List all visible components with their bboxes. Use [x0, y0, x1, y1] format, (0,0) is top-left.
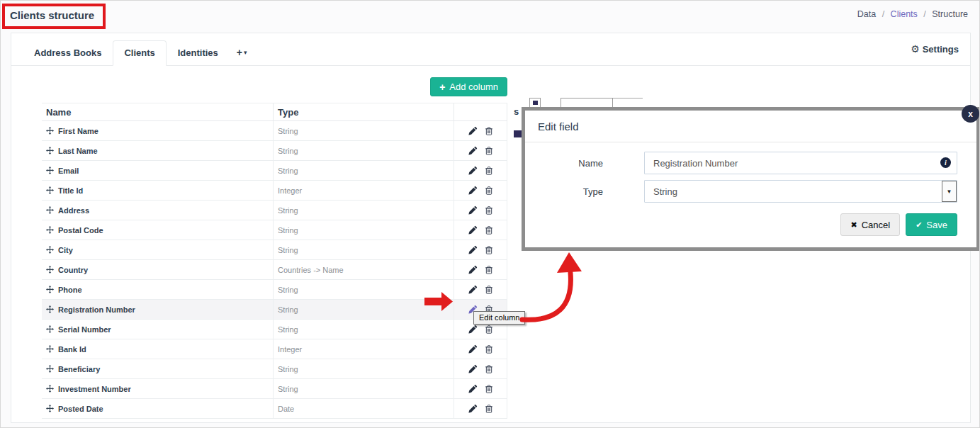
edit-column-button[interactable] — [468, 186, 478, 195]
save-button[interactable]: ✔ Save — [906, 213, 957, 236]
field-type: String — [273, 379, 454, 398]
delete-column-button[interactable] — [485, 384, 493, 393]
plus-icon: + — [237, 47, 242, 58]
edit-column-button[interactable] — [468, 285, 478, 294]
select-dropdown-arrow[interactable]: ▼ — [942, 181, 957, 202]
edit-column-button[interactable] — [468, 225, 478, 235]
edit-column-button[interactable] — [468, 364, 478, 373]
drag-handle-icon[interactable] — [46, 345, 54, 353]
breadcrumb-item-data[interactable]: Data — [857, 9, 876, 19]
edit-column-button[interactable] — [468, 404, 478, 413]
edit-column-button[interactable] — [468, 384, 478, 393]
check-icon: ✔ — [916, 220, 922, 230]
field-name: Postal Code — [58, 226, 103, 235]
edit-column-button[interactable] — [468, 126, 478, 135]
name-field-input[interactable] — [644, 152, 957, 174]
delete-column-button[interactable] — [485, 325, 493, 334]
row-actions — [454, 240, 507, 259]
tab-address-books[interactable]: Address Books — [23, 40, 113, 66]
delete-column-button[interactable] — [485, 285, 493, 294]
drag-handle-icon[interactable] — [46, 305, 54, 313]
delete-column-button[interactable] — [485, 205, 493, 215]
settings-button[interactable]: ⚙Settings — [911, 43, 959, 56]
delete-column-button[interactable] — [485, 225, 493, 235]
breadcrumb-item-clients[interactable]: Clients — [891, 9, 918, 19]
breadcrumb-separator: / — [923, 9, 925, 19]
drag-handle-icon[interactable] — [46, 246, 54, 254]
edit-column-button[interactable] — [468, 344, 478, 354]
table-row: Postal CodeString — [42, 220, 507, 240]
field-name-cell: Phone — [42, 280, 273, 299]
field-name: City — [58, 246, 73, 254]
cancel-button[interactable]: ✖ Cancel — [840, 213, 900, 236]
delete-column-button[interactable] — [485, 166, 493, 175]
caret-down-icon: ▼ — [947, 188, 952, 195]
drag-handle-icon[interactable] — [46, 226, 54, 234]
edit-column-button[interactable] — [468, 325, 478, 334]
column-header-name: Name — [42, 103, 273, 120]
delete-column-button[interactable] — [485, 186, 493, 195]
field-type: Integer — [273, 339, 454, 359]
field-name-cell: Last Name — [42, 141, 273, 160]
type-select[interactable]: String — [644, 180, 957, 203]
delete-column-button[interactable] — [485, 265, 493, 274]
field-name-cell: Address — [42, 201, 273, 220]
delete-column-button[interactable] — [485, 404, 493, 413]
breadcrumb: Data / Clients / Structure — [857, 9, 968, 19]
structure-table: Name Type First NameStringLast NameStrin… — [42, 103, 507, 419]
field-name-cell: Bank Id — [42, 339, 273, 359]
edit-column-button[interactable] — [468, 166, 478, 175]
edit-column-button[interactable] — [468, 265, 478, 274]
cancel-label: Cancel — [862, 220, 890, 230]
tab-clients[interactable]: Clients — [113, 40, 166, 66]
drag-handle-icon[interactable] — [46, 147, 54, 154]
drag-handle-icon[interactable] — [46, 365, 54, 373]
modal-title: Edit field — [525, 111, 976, 142]
row-actions — [454, 161, 507, 180]
column-header-type: Type — [273, 103, 454, 120]
drag-handle-icon[interactable] — [46, 405, 54, 412]
modal-close-button[interactable]: x — [962, 105, 979, 123]
table-row: AddressString — [42, 201, 507, 220]
tab-bar: Address Books Clients Identities +▾ ⚙Set… — [11, 33, 970, 66]
add-tab-button[interactable]: +▾ — [230, 40, 254, 65]
delete-column-button[interactable] — [485, 146, 493, 155]
tab-identities[interactable]: Identities — [167, 40, 230, 66]
page-title: Clients structure — [10, 9, 94, 21]
row-actions — [454, 339, 507, 359]
field-type: String — [273, 300, 454, 319]
info-icon[interactable]: i — [940, 157, 951, 168]
edit-column-button[interactable] — [468, 146, 478, 155]
field-type: Countries -> Name — [273, 260, 454, 279]
field-name: Beneficiary — [58, 365, 100, 373]
drag-handle-icon[interactable] — [46, 325, 54, 333]
table-row: Investment NumberString — [42, 379, 507, 399]
background-fragment-cell — [529, 98, 541, 108]
table-header: Name Type — [42, 103, 507, 121]
field-type: String — [273, 161, 454, 180]
delete-column-button[interactable] — [485, 364, 493, 373]
drag-handle-icon[interactable] — [46, 167, 54, 174]
edit-column-button[interactable] — [468, 205, 478, 215]
drag-handle-icon[interactable] — [46, 266, 54, 274]
breadcrumb-item-structure[interactable]: Structure — [932, 9, 968, 19]
table-row: EmailString — [42, 161, 507, 181]
drag-handle-icon[interactable] — [46, 186, 54, 194]
delete-column-button[interactable] — [485, 344, 493, 354]
add-column-button[interactable]: + Add column — [430, 77, 507, 96]
drag-handle-icon[interactable] — [46, 385, 54, 393]
delete-column-button[interactable] — [485, 126, 493, 135]
edit-column-button[interactable] — [468, 245, 478, 254]
delete-column-button[interactable] — [485, 245, 493, 254]
table-row: Last NameString — [42, 141, 507, 161]
field-name: Title Id — [58, 186, 83, 195]
save-label: Save — [926, 220, 947, 230]
name-field-row: Name i — [525, 152, 957, 174]
modal-footer: ✖ Cancel ✔ Save — [525, 213, 957, 236]
drag-handle-icon[interactable] — [46, 127, 54, 135]
type-select-value: String — [653, 186, 677, 197]
close-icon: x — [968, 109, 973, 119]
row-actions — [454, 201, 507, 220]
drag-handle-icon[interactable] — [46, 286, 54, 293]
drag-handle-icon[interactable] — [46, 206, 54, 214]
